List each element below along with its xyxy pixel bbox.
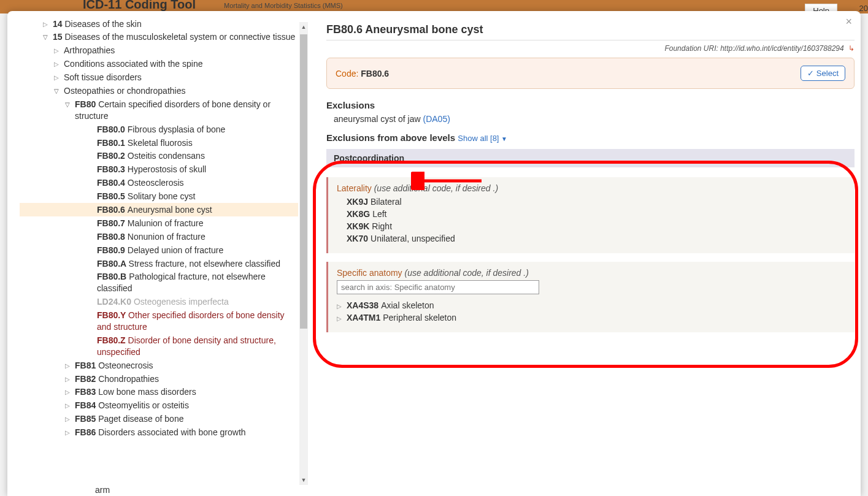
tree-item-label: FB80.A Stress fracture, not elsewhere cl… <box>97 258 298 270</box>
tree-item[interactable]: FB80.8 Nonunion of fracture <box>20 230 298 243</box>
anatomy-search-input[interactable] <box>337 280 539 294</box>
tree-item-label: FB80.4 Osteosclerosis <box>97 177 298 189</box>
tree-item-label: FB80.5 Solitary bone cyst <box>97 191 298 202</box>
laterality-axis-list: XK9JBilateralXK8GLeftXK9KRightXK70Unilat… <box>337 193 846 245</box>
external-link-icon[interactable]: ↳ <box>848 44 855 53</box>
tree-item[interactable]: ▷FB81 Osteonecrosis <box>20 359 298 372</box>
show-all-link[interactable]: Show all [8] ▼ <box>458 134 507 143</box>
tree-item-label: FB80.6 Aneurysmal bone cyst <box>97 204 298 216</box>
modal-panel: × ▷14 Diseases of the skin▽15 Diseases o… <box>7 11 861 496</box>
detail-title: FB80.6 Aneurysmal bone cyst <box>326 23 855 36</box>
tree-pane: ▷14 Diseases of the skin▽15 Diseases of … <box>7 11 308 496</box>
expand-icon[interactable]: ▷ <box>54 74 61 82</box>
tree-item-label: FB80.9 Delayed union of fracture <box>97 245 298 256</box>
tree-item[interactable]: FB80.0 Fibrous dysplasia of bone <box>20 123 298 136</box>
tree-item[interactable]: FB80.5 Solitary bone cyst <box>20 190 298 204</box>
chevron-down-icon: ▼ <box>501 135 507 142</box>
tree-item-label: Arthropathies <box>64 45 298 56</box>
tree-item[interactable]: ▷FB86 Disorders associated with bone gro… <box>20 426 298 440</box>
tree-item-label: FB86 Disorders associated with bone grow… <box>75 427 298 438</box>
tree-item-label: FB80.Z Disorder of bone density and stru… <box>97 335 298 358</box>
anatomy-option[interactable]: ▷XA4S38Axial skeleton <box>337 299 846 311</box>
close-icon[interactable]: × <box>845 16 852 27</box>
select-button[interactable]: ✓ Select <box>801 66 845 81</box>
expand-icon[interactable]: ▷ <box>65 429 72 437</box>
tree-item[interactable]: FB80.3 Hyperostosis of skull <box>20 163 298 177</box>
foundation-uri-label: Foundation URI: <box>664 44 718 53</box>
code-label: Code: <box>336 69 358 78</box>
check-icon: ✓ <box>807 69 814 78</box>
tree-item[interactable]: FB80.7 Malunion of fracture <box>20 216 298 230</box>
foundation-uri: Foundation URI: http://id.who.int/icd/en… <box>326 44 855 53</box>
laterality-axis-hint: (use additional code, if desired .) <box>374 183 498 193</box>
select-button-label: Select <box>816 69 839 78</box>
tree-item-label: FB81 Osteonecrosis <box>75 360 298 372</box>
tree-item[interactable]: FB80.2 Osteitis condensans <box>20 150 298 163</box>
tree-item-label: FB80.3 Hyperostosis of skull <box>97 164 298 175</box>
tree-item[interactable]: FB80.4 Osteosclerosis <box>20 177 298 190</box>
tree-item[interactable]: ▷Soft tissue disorders <box>20 71 298 85</box>
code-value: FB80.6 <box>361 69 389 78</box>
tree-item-label: FB84 Osteomyelitis or osteitis <box>75 400 298 411</box>
tree-item[interactable]: ▽15 Diseases of the musculoskeletal syst… <box>20 31 298 44</box>
tree-item[interactable]: ▷FB84 Osteomyelitis or osteitis <box>20 399 298 413</box>
anatomy-axis-title: Specific anatomy <box>337 268 402 278</box>
postcoordination-heading: Postcoordination <box>326 149 855 167</box>
expand-icon[interactable]: ▽ <box>54 87 61 96</box>
tree-item[interactable]: FB80.Y Other specified disorders of bone… <box>20 309 298 334</box>
laterality-option[interactable]: XK9JBilateral <box>347 196 846 208</box>
expand-icon[interactable]: ▷ <box>54 60 61 69</box>
tree-item-label: LD24.K0 Osteogenesis imperfecta <box>97 296 298 308</box>
exclusion-item: aneurysmal cyst of jaw (DA05) <box>326 114 855 124</box>
tree-item[interactable]: ▷Arthropathies <box>20 44 298 58</box>
scroll-down-icon[interactable]: ▼ <box>299 475 308 485</box>
foundation-uri-value: http://id.who.int/icd/entity/1603788294 <box>720 44 843 53</box>
exclusion-text: aneurysmal cyst of jaw <box>334 114 421 124</box>
exclusion-code-link[interactable]: (DA05) <box>423 114 450 124</box>
expand-icon[interactable]: ▷ <box>65 375 72 384</box>
tree-item[interactable]: FB80.1 Skeletal fluorosis <box>20 136 298 150</box>
scrollbar-track[interactable]: ▲ ▼ <box>299 22 308 485</box>
tree-item-label: Conditions associated with the spine <box>64 58 298 70</box>
tree-item-label: FB80 Certain specified disorders of bone… <box>75 99 298 122</box>
code-box: Code: FB80.6 ✓ Select <box>326 58 855 89</box>
tree-item[interactable]: FB80.9 Delayed union of fracture <box>20 243 298 257</box>
tree-item[interactable]: FB80.6 Aneurysmal bone cyst <box>20 203 298 216</box>
tree-item[interactable]: LD24.K0 Osteogenesis imperfecta <box>20 296 298 309</box>
expand-icon[interactable]: ▷ <box>65 388 72 397</box>
anatomy-axis-list: ▷XA4S38Axial skeleton▷XA4TM1Peripheral s… <box>337 297 846 324</box>
expand-icon[interactable]: ▽ <box>65 101 72 109</box>
tree-item[interactable]: ▷Conditions associated with the spine <box>20 58 298 71</box>
expand-icon[interactable]: ▷ <box>65 402 72 410</box>
tree-item[interactable]: FB80.Z Disorder of bone density and stru… <box>20 334 298 359</box>
divider <box>326 40 855 40</box>
tree-item-label: Osteopathies or chondropathies <box>64 85 298 97</box>
expand-icon[interactable]: ▷ <box>65 415 72 424</box>
expand-icon[interactable]: ▽ <box>43 33 50 42</box>
tree-item[interactable]: FB80.B Pathological fracture, not elsewh… <box>20 270 298 296</box>
hierarchy-tree[interactable]: ▷14 Diseases of the skin▽15 Diseases of … <box>20 17 308 478</box>
tree-item-label: FB83 Low bone mass disorders <box>75 386 298 398</box>
laterality-option[interactable]: XK9KRight <box>347 220 846 232</box>
expand-icon[interactable]: ▷ <box>54 47 61 55</box>
scroll-up-icon[interactable]: ▲ <box>299 22 308 32</box>
exclusions-above-heading: Exclusions from above levels Show all [8… <box>326 132 855 143</box>
tree-item[interactable]: FB80.A Stress fracture, not elsewhere cl… <box>20 257 298 270</box>
laterality-axis-title: Laterality <box>337 183 372 193</box>
tree-item[interactable]: ▷14 Diseases of the skin <box>20 17 298 31</box>
scrollbar-thumb[interactable] <box>300 34 307 329</box>
laterality-option[interactable]: XK8GLeft <box>347 208 846 220</box>
anatomy-option[interactable]: ▷XA4TM1Peripheral skeleton <box>337 311 846 324</box>
expand-icon[interactable]: ▷ <box>43 20 50 29</box>
tree-item-label: FB80.2 Osteitis condensans <box>97 150 298 162</box>
laterality-option[interactable]: XK70Unilateral, unspecified <box>347 232 846 245</box>
tree-item[interactable]: ▷FB85 Paget disease of bone <box>20 413 298 426</box>
tree-item[interactable]: ▽Osteopathies or chondropathies <box>20 84 298 97</box>
tree-item-label: 15 Diseases of the musculoskeletal syste… <box>53 31 298 43</box>
tree-item-label: FB80.7 Malunion of fracture <box>97 218 298 229</box>
expand-icon[interactable]: ▷ <box>65 362 72 370</box>
tree-item[interactable]: ▽FB80 Certain specified disorders of bon… <box>20 97 298 123</box>
tree-item-label: FB80.0 Fibrous dysplasia of bone <box>97 124 298 135</box>
tree-item[interactable]: ▷FB83 Low bone mass disorders <box>20 386 298 399</box>
tree-item[interactable]: ▷FB82 Chondropathies <box>20 372 298 386</box>
